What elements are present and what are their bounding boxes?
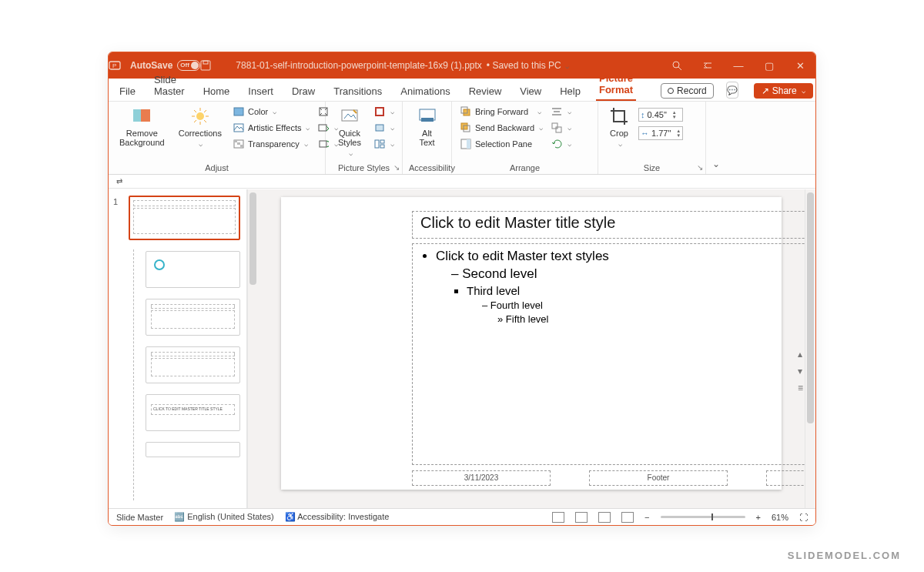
remove-background-button[interactable]: Remove Background (115, 105, 169, 149)
send-backward-button[interactable]: Send Backward⌵ (458, 121, 544, 135)
autosave-toggle[interactable]: AutoSave Off (130, 60, 200, 71)
minimize-button[interactable]: — (723, 52, 754, 79)
prev-slide-icon[interactable]: ▴ (798, 349, 803, 360)
reading-view-icon[interactable] (598, 512, 611, 523)
text-level-5: Fifth level (497, 313, 816, 325)
alt-text-button[interactable]: Alt Text (409, 105, 445, 149)
layout-thumbnail[interactable] (146, 299, 240, 336)
maximize-button[interactable]: ▢ (754, 52, 785, 79)
tab-transitions[interactable]: Transitions (330, 82, 385, 101)
normal-view-icon[interactable] (552, 512, 564, 523)
language-button[interactable]: 🔤 English (United States) (174, 512, 274, 522)
toggle-off-icon: Off (177, 60, 200, 71)
picture-layout-button[interactable]: ⌵ (372, 137, 396, 151)
tab-help[interactable]: Help (557, 82, 584, 101)
zoom-slider[interactable] (661, 516, 745, 518)
selection-pane-button[interactable]: Selection Pane (458, 137, 544, 151)
tab-draw[interactable]: Draw (289, 82, 318, 101)
tab-animations[interactable]: Animations (397, 82, 453, 101)
zoom-in-button[interactable]: + (756, 513, 761, 522)
thumbnail-scrollbar[interactable] (247, 189, 258, 508)
svg-rect-31 (380, 145, 384, 148)
dialog-launcher-icon[interactable]: ↘ (393, 163, 400, 172)
workspace: 1 CLICK TO EDIT MASTER TITLE STYLE Click… (109, 189, 815, 508)
group-arrange: Bring Forward⌵ Send Backward⌵ Selection … (452, 102, 598, 174)
status-bar: Slide Master 🔤 English (United States) ♿… (109, 508, 815, 525)
tab-view[interactable]: View (517, 82, 544, 101)
tab-file[interactable]: File (116, 82, 139, 101)
picture-border-button[interactable]: ⌵ (372, 105, 396, 119)
border-icon (373, 105, 386, 118)
footer-placeholder[interactable]: Footer (589, 470, 728, 486)
group-accessibility: Alt Text Accessibility (403, 102, 452, 174)
text-level-2: Second level (451, 266, 816, 282)
zoom-level[interactable]: 61% (772, 513, 788, 522)
tab-slide-master[interactable]: Slide Master (151, 70, 188, 101)
svg-rect-2 (201, 61, 210, 70)
layout-thumbnail[interactable]: CLICK TO EDIT MASTER TITLE STYLE (146, 394, 240, 431)
ribbon-options-icon[interactable] (692, 52, 723, 79)
dialog-launcher-icon[interactable]: ↘ (697, 163, 703, 172)
svg-rect-29 (375, 140, 379, 148)
canvas-scrollbar[interactable] (805, 189, 815, 508)
artistic-effects-button[interactable]: Artistic Effects⌵ (231, 121, 311, 135)
tab-review[interactable]: Review (466, 82, 505, 101)
share-button[interactable]: ↗Share⌵ (754, 83, 813, 99)
width-input[interactable]: ↔1.77"▲▼ (638, 126, 683, 140)
customize-qat-icon[interactable]: ⇄ (116, 177, 122, 186)
corrections-button[interactable]: Corrections⌵ (174, 105, 226, 149)
effects-icon (373, 122, 386, 134)
search-icon[interactable] (661, 52, 692, 79)
view-mode-label: Slide Master (116, 513, 163, 522)
group-objects-button[interactable]: ⌵ (549, 121, 573, 135)
split-icon[interactable]: ≡ (798, 383, 803, 393)
master-thumbnail[interactable] (129, 196, 240, 240)
group-size: Crop⌵ ↕0.45"▲▼ ↔1.77"▲▼ Size ↘ (598, 102, 706, 174)
layout-thumbnail[interactable] (146, 442, 240, 457)
bring-forward-button[interactable]: Bring Forward⌵ (458, 105, 544, 119)
svg-line-15 (194, 120, 196, 122)
quick-styles-button[interactable]: Quick Styles⌵ (332, 105, 367, 159)
tab-insert[interactable]: Insert (245, 82, 276, 101)
picture-effects-button[interactable]: ⌵ (372, 121, 396, 135)
title-bar: P AutoSave Off 7881-01-self-introduction… (109, 52, 815, 79)
layout-thumbnail[interactable] (146, 251, 240, 288)
height-input[interactable]: ↕0.45"▲▼ (638, 108, 683, 122)
sorter-view-icon[interactable] (575, 512, 588, 523)
color-button[interactable]: Color⌵ (231, 105, 311, 119)
crop-button[interactable]: Crop⌵ (604, 105, 634, 149)
transparency-button[interactable]: Transparency⌵ (231, 137, 311, 151)
record-button[interactable]: Record (661, 83, 714, 99)
thumbnail-panel[interactable]: 1 CLICK TO EDIT MASTER TITLE STYLE (109, 189, 247, 508)
text-level-1: Click to edit Master text styles (436, 249, 816, 264)
remove-bg-icon (132, 106, 152, 126)
record-icon (668, 88, 674, 94)
next-slide-icon[interactable]: ▾ (798, 366, 803, 376)
slideshow-view-icon[interactable] (621, 512, 634, 523)
brightness-icon (190, 106, 210, 126)
accessibility-button[interactable]: ♿ Accessibility: Investigate (285, 512, 390, 522)
save-icon[interactable] (200, 60, 222, 71)
selection-pane-icon (460, 138, 472, 150)
date-placeholder[interactable]: 3/11/2023 (412, 470, 551, 486)
rotate-button[interactable]: ⌵ (549, 137, 573, 151)
close-button[interactable]: ✕ (785, 52, 815, 79)
fit-to-window-icon[interactable]: ⛶ (799, 513, 808, 522)
group-adjust: Remove Background Corrections⌵ Color⌵ Ar… (109, 102, 326, 174)
layout-thumbnail[interactable] (146, 346, 240, 383)
comments-button[interactable]: 💬 (726, 82, 738, 99)
collapse-ribbon-button[interactable]: ⌄ (706, 102, 726, 174)
body-placeholder[interactable]: Click to edit Master text styles Second … (412, 243, 816, 465)
ribbon-tabs: File Slide Master Home Insert Draw Trans… (109, 79, 815, 102)
save-status: Saved to this PC (492, 60, 561, 71)
title-placeholder[interactable]: Click to edit Master title style (412, 211, 816, 239)
document-name[interactable]: 7881-01-self-introduction-powerpoint-tem… (236, 60, 482, 71)
align-button[interactable]: ⌵ (549, 105, 573, 119)
bring-forward-icon (460, 105, 472, 118)
tab-picture-format[interactable]: Picture Format (596, 69, 636, 101)
zoom-out-button[interactable]: − (644, 513, 649, 522)
slide-canvas[interactable]: Click to edit Master title style Click t… (258, 189, 805, 508)
tab-home[interactable]: Home (200, 82, 233, 101)
group-picture-styles: Quick Styles⌵ ⌵ ⌵ ⌵ Picture Styles ↘ (326, 102, 403, 174)
ribbon: Remove Background Corrections⌵ Color⌵ Ar… (109, 102, 815, 175)
